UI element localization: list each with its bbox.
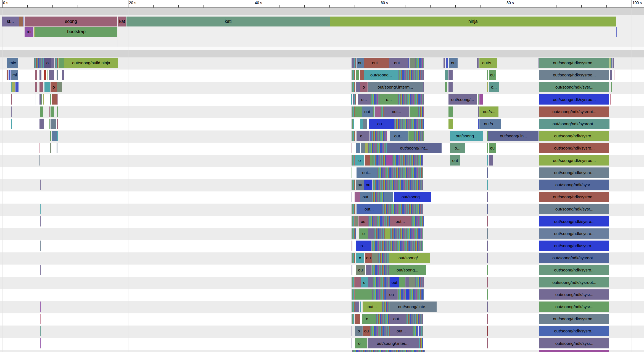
trace-slice-cluster[interactable] [381, 106, 384, 117]
trace-slice[interactable] [356, 70, 359, 80]
trace-slice[interactable] [57, 143, 57, 153]
trace-slice[interactable] [36, 94, 36, 105]
trace-slice[interactable] [355, 314, 360, 324]
trace-slice[interactable]: o [360, 82, 368, 92]
trace-slice[interactable] [375, 106, 381, 117]
trace-slice-cluster[interactable] [418, 106, 424, 117]
trace-slice[interactable]: out/soong/.inte... [390, 302, 437, 312]
trace-slice[interactable] [356, 143, 361, 153]
trace-slice[interactable]: out/soong/.interm... [368, 82, 423, 92]
trace-slice[interactable]: out/soong/.in... [488, 131, 539, 141]
trace-slice-cluster[interactable] [352, 106, 355, 117]
trace-slice[interactable] [386, 228, 390, 239]
trace-slice[interactable]: mi [25, 27, 33, 37]
trace-slice[interactable] [40, 180, 41, 190]
trace-slice[interactable]: out/soong/.inter... [368, 338, 418, 348]
trace-slice[interactable] [487, 241, 488, 251]
trace-slice[interactable] [57, 82, 62, 92]
trace-slice[interactable] [19, 17, 23, 26]
trace-slice[interactable] [448, 82, 453, 92]
trace-slice-cluster[interactable] [390, 228, 423, 239]
trace-slice-cluster[interactable] [352, 277, 355, 287]
trace-slice-cluster[interactable] [352, 216, 355, 226]
trace-slice[interactable] [35, 82, 37, 92]
trace-slice-cluster[interactable] [352, 228, 356, 239]
trace-slice[interactable]: mi [11, 70, 18, 80]
trace-slice[interactable]: out/soong/ndk/sysr... [539, 289, 609, 300]
trace-slice[interactable] [368, 277, 372, 287]
trace-slice[interactable]: out/soong/... [448, 94, 477, 105]
trace-slice[interactable] [51, 119, 56, 129]
trace-slice[interactable] [40, 216, 41, 226]
trace-slice[interactable] [408, 131, 414, 141]
trace-slice[interactable]: out/soong/ndk/sysro... [539, 326, 609, 336]
trace-slice[interactable] [478, 106, 479, 117]
trace-slice[interactable]: ou [365, 253, 372, 263]
trace-slice-cluster[interactable] [397, 289, 406, 300]
trace-slice[interactable] [39, 82, 43, 92]
trace-slice[interactable] [611, 82, 612, 92]
trace-slice[interactable] [487, 302, 488, 312]
trace-slice[interactable] [609, 58, 611, 68]
trace-slice-cluster[interactable] [352, 82, 355, 92]
trace-slice[interactable]: out/soong/ndk/sysro... [539, 131, 609, 141]
trace-slice[interactable]: out... [390, 131, 408, 141]
trace-slice-cluster[interactable] [409, 289, 424, 300]
trace-slice-cluster[interactable] [353, 94, 356, 105]
trace-slice-cluster[interactable] [352, 326, 352, 336]
trace-slice[interactable]: out/s... [479, 106, 498, 117]
trace-slice[interactable] [39, 70, 41, 80]
trace-slice[interactable]: out/soong/ndk/sysro... [539, 143, 609, 153]
trace-slice[interactable] [40, 338, 41, 348]
trace-slice[interactable]: out/soong/ndk/sysr... [539, 82, 609, 92]
trace-slice[interactable]: o [359, 228, 368, 239]
trace-slice-cluster[interactable] [372, 277, 390, 287]
trace-slice[interactable] [351, 94, 353, 105]
trace-slice-cluster[interactable] [352, 350, 425, 352]
trace-slice[interactable] [479, 94, 483, 105]
trace-slice[interactable] [405, 277, 409, 287]
trace-slice-cluster[interactable] [412, 326, 418, 336]
trace-slice[interactable]: bootstrap [35, 27, 117, 37]
trace-slice-cluster[interactable] [392, 155, 423, 166]
trace-slice[interactable]: out/soong/ndk/sysro... [539, 265, 609, 275]
trace-slice[interactable] [487, 289, 488, 300]
trace-slice[interactable] [44, 70, 46, 80]
trace-slice[interactable] [487, 265, 488, 275]
trace-slice[interactable]: kat [118, 17, 126, 26]
trace-slice[interactable] [40, 265, 41, 275]
trace-slice[interactable] [40, 314, 41, 324]
trace-slice[interactable] [352, 58, 353, 68]
trace-slice[interactable] [364, 338, 367, 348]
trace-slice[interactable] [355, 277, 361, 287]
trace-slice[interactable] [44, 82, 50, 92]
trace-slice[interactable] [40, 350, 40, 352]
trace-slice[interactable]: o [44, 58, 51, 68]
trace-slice-cluster[interactable] [370, 326, 390, 336]
trace-slice[interactable] [57, 131, 58, 141]
trace-slice-cluster[interactable] [415, 58, 424, 68]
trace-slice[interactable] [40, 192, 40, 202]
trace-slice[interactable] [487, 155, 488, 166]
trace-slice[interactable]: out... [357, 204, 382, 214]
trace-slice[interactable] [613, 58, 614, 68]
trace-slice[interactable]: out/soong/ndk/sysroo... [539, 58, 609, 68]
trace-slice[interactable] [616, 27, 617, 37]
trace-slice[interactable] [614, 70, 614, 80]
trace-slice[interactable] [39, 155, 40, 166]
trace-slice[interactable]: o [51, 82, 57, 92]
trace-slice[interactable] [446, 58, 448, 68]
trace-slice[interactable]: ou [449, 58, 458, 68]
trace-slice[interactable] [487, 314, 488, 324]
trace-slice[interactable] [41, 94, 42, 105]
trace-slice[interactable]: out/soong/ndk/sysro... [539, 167, 609, 178]
trace-slice[interactable]: out/s... [479, 58, 497, 68]
trace-slice-cluster[interactable] [352, 180, 355, 190]
trace-slice[interactable] [445, 70, 448, 80]
trace-slice-cluster[interactable] [353, 58, 356, 68]
trace-slice[interactable] [50, 131, 51, 141]
trace-slice[interactable] [360, 302, 361, 312]
trace-slice[interactable] [57, 94, 58, 105]
trace-slice[interactable] [49, 106, 50, 117]
trace-slice[interactable] [448, 70, 453, 80]
